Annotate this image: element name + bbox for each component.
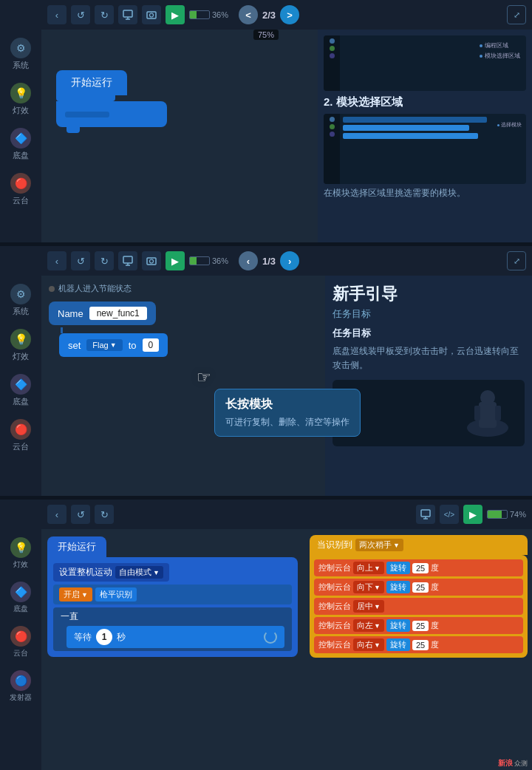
topbar-1: ‹ ↺ ↻ ▶ 36% < 2/3 > ⤢ [41,0,532,30]
sidebar-label-gimbal-2: 云台 [13,441,29,452]
tutorial-footer-1: 在模块选择区域里挑选需要的模块。 [324,187,526,200]
nav-prev-2[interactable]: ‹ [239,251,258,270]
back-btn-1[interactable]: ‹ [47,5,66,24]
func-def-block[interactable]: Name new_func1 [49,301,156,325]
start-dropdown[interactable]: 开启 ▼ [59,587,92,602]
sidebar-item-chassis-3[interactable]: 🔷 底盘 [2,577,39,619]
val-3[interactable]: 25 [412,621,429,631]
sidebar-item-light-1[interactable]: 💡 灯效 [2,78,39,120]
undo-btn-1[interactable]: ↺ [71,5,90,24]
val-0[interactable]: 25 [412,563,429,573]
dir-dd-0[interactable]: 向上▼ [353,562,384,574]
sidebar-item-gimbal-3[interactable]: 🔴 云台 [2,621,39,663]
tutorial-panel-2: 新手引导 任务目标 任务目标 底盘巡线装甲板受到攻击击时，云台迅速转向至攻击侧。 [325,276,532,496]
ctrl-row-3[interactable]: 控制云台 向左▼ 旋转 25 度 [314,617,523,634]
action-btn-3[interactable]: 旋转 [386,619,410,632]
val-box[interactable]: 0 [143,338,160,352]
redo-btn-1[interactable]: ↻ [95,5,114,24]
back-btn-2[interactable]: ‹ [47,251,66,270]
sidebar-label-chassis-3: 底盘 [13,604,28,614]
nav-page-1: 2/3 [262,10,276,21]
light-icon-3: 💡 [10,537,31,558]
fullscreen-btn-1[interactable]: ⤢ [507,5,526,24]
tutorial-task-title-2: 任务目标 [332,327,525,340]
gimbal-icon-3: 🔴 [10,626,31,647]
ctrl-row-4[interactable]: 控制云台 向右▼ 旋转 25 度 [314,636,523,653]
camera-btn-2[interactable] [142,251,161,270]
svg-rect-3 [147,12,156,18]
tutorial-title-2: 新手引导 [332,283,525,305]
dir-dd-2[interactable]: 居中▼ [353,600,384,613]
val-4[interactable]: 25 [412,640,429,650]
flag-dropdown[interactable]: Flag ▼ [86,339,122,351]
emitter-icon-3: 🔵 [10,670,31,691]
monitor-btn-1[interactable] [118,5,137,24]
sidebar-item-emitter-3[interactable]: 🔵 发射器 [2,666,39,707]
set-motion-block[interactable]: 设置整机运动 自由模式 ▼ [53,563,169,582]
func-name-box[interactable]: new_func1 [89,307,147,320]
sidebar-item-light-3[interactable]: 💡 灯效 [2,533,39,574]
trigger-val-dropdown[interactable]: 两次稍手 ▼ [355,539,403,551]
topbar-2: ‹ ↺ ↻ ▶ 36% ‹ 1/3 › ⤢ [41,246,532,276]
sidebar-item-chassis-1[interactable]: 🔷 底盘 [2,123,39,166]
sidebar-item-gimbal-1[interactable]: 🔴 云台 [2,168,39,211]
start-block-1[interactable]: 开始运行 [56,70,127,95]
fullscreen-btn-2[interactable]: ⤢ [507,251,526,270]
sidebar-item-light-2[interactable]: 💡 灯效 [2,324,39,367]
monitor-btn-2[interactable] [118,251,137,270]
svg-rect-13 [474,406,480,420]
sidebar-label-light-2: 灯效 [13,351,29,362]
back-btn-3[interactable]: ‹ [47,505,66,524]
mode-dropdown[interactable]: 自由模式 ▼ [115,566,163,579]
sidebar-item-system-2[interactable]: ⚙ 系统 [2,279,39,321]
tutorial-panel-1: 编程区域 模块选择区域 2. 模块选择区域 [318,30,532,242]
code-row-1: 设置整机运动 自由模式 ▼ [53,563,292,582]
set-block[interactable]: set Flag ▼ to 0 [59,333,168,357]
ctrl-row-1[interactable]: 控制云台 向下▼ 旋转 25 度 [314,579,523,596]
dir-dd-4[interactable]: 向右▼ [353,638,384,651]
trigger-block[interactable]: 当识别到 两次稍手 ▼ [310,535,528,555]
redo-btn-2[interactable]: ↻ [95,251,114,270]
brand-badge: 新浪 众测 [498,758,528,769]
action-btn-4[interactable]: 旋转 [386,638,410,651]
dir-dd-3[interactable]: 向左▼ [353,619,384,632]
play-btn-1[interactable]: ▶ [166,5,185,24]
nav-prev-1[interactable]: < [239,5,258,24]
brand-name: 新浪 [498,758,513,769]
redo-btn-3[interactable]: ↻ [95,505,114,524]
ctrl-row-0[interactable]: 控制云台 向上▼ 旋转 25 度 [314,559,523,576]
right-code-area-3: 当识别到 两次稍手 ▼ 控制云台 向上▼ 旋转 25 度 控制云台 [307,529,531,770]
dir-dd-1[interactable]: 向下▼ [353,581,384,593]
cursor-hand: ☞ [197,368,256,387]
play-btn-3[interactable]: ▶ [463,505,482,524]
brand-sub: 众测 [514,759,528,769]
nav-next-2[interactable]: › [280,251,299,270]
svg-rect-5 [123,256,132,263]
val-1[interactable]: 25 [412,582,429,593]
camera-btn-1[interactable] [142,5,161,24]
gimbal-icon-2: 🔴 [10,419,31,440]
monitor-btn-3[interactable] [416,505,435,524]
svg-point-12 [480,390,495,405]
action-btn-0[interactable]: 旋转 [386,562,410,574]
wait-block[interactable]: 等待 1 秒 [66,626,284,648]
sidebar-item-chassis-2[interactable]: 🔷 底盘 [2,369,39,412]
play-btn-2[interactable]: ▶ [166,251,185,270]
action-btn-1[interactable]: 旋转 [386,581,410,593]
panel-2: ⚙ 系统 💡 灯效 🔷 底盘 🔴 云台 ‹ ↺ ↻ ▶ 36% [0,246,532,497]
sidebar-item-system-1[interactable]: ⚙ 系统 [2,33,39,75]
start-block-3[interactable]: 开始运行 [47,536,106,557]
nav-next-1[interactable]: > [280,5,299,24]
wait-val[interactable]: 1 [96,629,112,645]
zoom-badge-1: 75% [253,30,279,40]
system-icon-2: ⚙ [10,284,31,304]
undo-btn-3[interactable]: ↺ [71,505,90,524]
loop-block[interactable]: 一直 等待 1 秒 [53,607,292,651]
refresh-icon-3 [264,630,277,644]
sidebar-item-gimbal-2[interactable]: 🔴 云台 [2,415,39,457]
gun-recognition-block[interactable]: 枪平识别 [95,587,137,602]
ctrl-row-2[interactable]: 控制云台 居中▼ [314,598,523,615]
code-btn-3[interactable]: </> [440,505,459,524]
undo-btn-2[interactable]: ↺ [71,251,90,270]
sidebar-label-chassis-2: 底盘 [13,396,29,407]
